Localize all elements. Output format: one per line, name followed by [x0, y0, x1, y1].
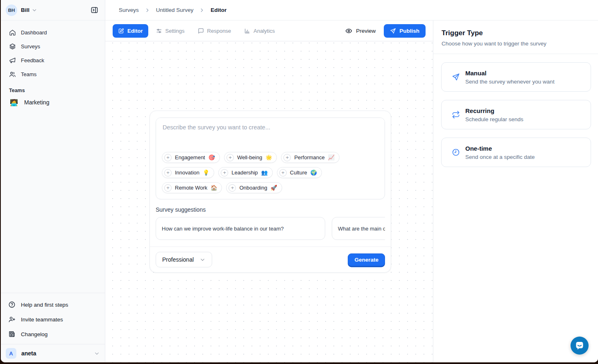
main-area: Surveys Untitled Survey Editor [105, 0, 598, 362]
account-avatar: A [6, 348, 16, 359]
publish-button[interactable]: Publish [384, 24, 426, 38]
breadcrumb-survey-name[interactable]: Untitled Survey [156, 7, 194, 13]
sidebar-spacer [1, 110, 105, 293]
sidebar-item-help[interactable]: Help and first steps [5, 297, 101, 312]
account-menu[interactable]: A aneta [1, 344, 105, 362]
sidebar-item-teams[interactable]: Teams [5, 67, 101, 81]
plus-icon: + [229, 184, 236, 192]
editor-canvas[interactable]: + Engagement 🎯 + Well-being 🌟 [105, 41, 433, 362]
option-description: Schedule regular sends [465, 116, 523, 122]
clock-icon [452, 148, 460, 156]
sidebar-item-team-marketing[interactable]: 🧑‍💻 Marketing [5, 95, 101, 110]
option-description: Send the survey whenever you want [465, 79, 555, 85]
generate-button[interactable]: Generate [348, 253, 385, 266]
plus-icon: + [283, 154, 291, 161]
sidebar-item-invite[interactable]: Invite teammates [5, 312, 101, 327]
option-title: Recurring [465, 107, 523, 114]
chevron-down-icon [199, 257, 206, 263]
sidebar-item-surveys[interactable]: Surveys [5, 39, 101, 53]
topic-chip-list: + Engagement 🎯 + Well-being 🌟 [156, 148, 385, 199]
chat-launcher-button[interactable] [571, 337, 589, 355]
preview-button[interactable]: Preview [345, 27, 376, 34]
panel-toggle-icon [91, 6, 98, 14]
sidebar-item-label: Invite teammates [21, 317, 63, 323]
survey-suggestions-list: How can we improve work-life balance in … [156, 217, 385, 240]
topic-chip-culture[interactable]: + Culture 🌍 [277, 167, 322, 178]
tone-select[interactable]: Professional [156, 252, 212, 267]
trigger-option-manual[interactable]: Manual Send the survey whenever you want [441, 62, 591, 92]
chip-emoji: 👥 [261, 170, 268, 176]
editor-column: Editor Settings Response [105, 20, 433, 362]
option-title: One-time [465, 145, 535, 152]
prompt-box: + Engagement 🎯 + Well-being 🌟 [156, 118, 385, 199]
users-icon [9, 71, 16, 78]
publish-label: Publish [399, 28, 419, 34]
newspaper-icon [8, 330, 16, 338]
tab-bar: Editor Settings Response [113, 24, 280, 38]
breadcrumb-surveys[interactable]: Surveys [119, 7, 139, 13]
topic-chip-performance[interactable]: + Performance 📈 [281, 152, 340, 163]
topic-chip-leadership[interactable]: + Leadership 👥 [218, 167, 273, 178]
tab-analytics[interactable]: Analytics [239, 24, 280, 38]
bar-chart-icon [244, 28, 250, 34]
pencil-square-icon [118, 28, 124, 34]
megaphone-icon [9, 57, 16, 64]
repeat-icon [452, 111, 460, 119]
tab-editor[interactable]: Editor [113, 24, 148, 38]
plus-icon: + [227, 154, 234, 161]
account-name: aneta [21, 350, 36, 357]
plus-icon: + [164, 169, 172, 176]
tone-value: Professional [162, 256, 194, 263]
app-window: BH Bill Dashboard Surv [1, 0, 598, 362]
home-icon [9, 29, 16, 36]
breadcrumb-current: Editor [211, 7, 227, 13]
sidebar: BH Bill Dashboard Surv [1, 0, 105, 362]
sidebar-item-label: Dashboard [21, 29, 47, 36]
chip-emoji: 🎯 [208, 154, 215, 161]
sidebar-item-label: Changelog [21, 331, 48, 337]
survey-suggestions-title: Survey suggestions [156, 206, 385, 213]
trigger-option-recurring[interactable]: Recurring Schedule regular sends [441, 100, 591, 129]
workspace-avatar: BH [6, 5, 17, 16]
send-icon [452, 73, 460, 81]
topic-chip-engagement[interactable]: + Engagement 🎯 [162, 152, 220, 163]
sidebar-item-changelog[interactable]: Changelog [5, 327, 101, 341]
chip-emoji: 💡 [203, 170, 209, 176]
chip-emoji: 🌍 [310, 170, 317, 176]
workspace-switcher[interactable]: BH Bill [1, 0, 105, 20]
topic-chip-onboarding[interactable]: + Onboarding 🚀 [226, 182, 282, 193]
sidebar-collapse-button[interactable] [89, 5, 100, 16]
plus-icon: + [164, 154, 172, 161]
topic-chip-innovation[interactable]: + Innovation 💡 [162, 167, 214, 178]
sidebar-item-feedback[interactable]: Feedback [5, 53, 101, 67]
sidebar-item-dashboard[interactable]: Dashboard [5, 25, 101, 39]
breadcrumb-bar: Surveys Untitled Survey Editor [105, 0, 598, 20]
tab-settings[interactable]: Settings [151, 24, 190, 38]
chevron-down-icon [32, 7, 37, 13]
trigger-type-panel: Trigger Type Choose how you want to trig… [433, 20, 598, 362]
chip-label: Engagement [175, 154, 205, 161]
help-circle-icon [8, 301, 16, 308]
option-title: Manual [465, 70, 555, 77]
panel-title: Trigger Type [442, 29, 590, 37]
team-emoji: 🧑‍💻 [10, 99, 18, 106]
team-name: Marketing [24, 99, 49, 106]
chat-bubble-icon [575, 341, 584, 350]
trigger-option-one-time[interactable]: One-time Send once at a specific date [441, 138, 591, 167]
chip-label: Performance [294, 154, 324, 161]
chevron-down-icon [94, 350, 100, 357]
tab-response[interactable]: Response [193, 24, 237, 38]
chip-label: Culture [290, 170, 307, 176]
survey-composer-card: + Engagement 🎯 + Well-being 🌟 [150, 111, 391, 273]
sidebar-item-label: Feedback [21, 57, 44, 63]
layers-icon [9, 43, 16, 50]
topic-chip-remote-work[interactable]: + Remote Work 🏠 [162, 182, 222, 193]
suggestion-card[interactable]: What are the main ob [332, 217, 385, 240]
chip-emoji: 📈 [328, 154, 335, 161]
plus-icon: + [279, 169, 287, 176]
topic-chip-wellbeing[interactable]: + Well-being 🌟 [224, 152, 277, 163]
preview-label: Preview [356, 28, 376, 34]
survey-description-input[interactable] [156, 118, 385, 148]
suggestion-card[interactable]: How can we improve work-life balance in … [156, 217, 325, 240]
user-plus-icon [8, 316, 16, 323]
